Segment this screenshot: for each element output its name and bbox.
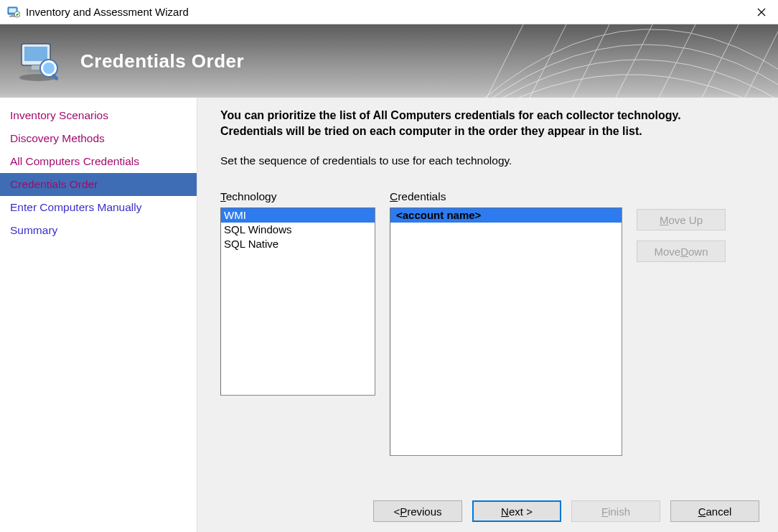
wizard-steps-sidebar: Inventory ScenariosDiscovery MethodsAll … [0, 98, 197, 532]
sidebar-item-inventory-scenarios[interactable]: Inventory Scenarios [0, 104, 197, 127]
lists-row: Technology WMISQL WindowsSQL Native Cred… [220, 190, 759, 456]
wizard-footer: < Previous Next > Finish Cancel [373, 500, 759, 522]
banner-title: Credentials Order [80, 50, 244, 73]
technology-item[interactable]: SQL Native [221, 237, 375, 251]
credentials-listbox[interactable]: <account name> [390, 207, 622, 456]
credentials-column: Credentials <account name> [390, 190, 622, 456]
sidebar-item-credentials-order[interactable]: Credentials Order [0, 173, 197, 196]
technology-label: Technology [220, 190, 375, 203]
sidebar-item-enter-computers-manually[interactable]: Enter Computers Manually [0, 196, 197, 219]
cancel-button[interactable]: Cancel [670, 500, 759, 522]
window-title: Inventory and Assessment Wizard [26, 6, 745, 18]
svg-rect-8 [32, 65, 40, 70]
technology-column: Technology WMISQL WindowsSQL Native [220, 190, 375, 396]
technology-listbox[interactable]: WMISQL WindowsSQL Native [220, 207, 375, 396]
credential-item[interactable]: <account name> [390, 208, 622, 223]
sidebar-item-all-computers-credentials[interactable]: All Computers Credentials [0, 150, 197, 173]
credentials-label: Credentials [390, 190, 622, 203]
reorder-buttons: Move Up Move Down [637, 209, 726, 262]
title-bar: Inventory and Assessment Wizard [0, 0, 778, 24]
main-panel: You can prioritize the list of All Compu… [197, 98, 778, 532]
finish-button[interactable]: Finish [571, 500, 660, 522]
svg-point-11 [43, 62, 55, 74]
banner-decoration [433, 24, 778, 98]
banner-icon [16, 39, 60, 83]
instruction-sub: Set the sequence of credentials to use f… [220, 154, 759, 167]
sidebar-item-summary[interactable]: Summary [0, 219, 197, 242]
app-icon [7, 6, 20, 19]
technology-item[interactable]: WMI [221, 208, 375, 223]
banner: Credentials Order [0, 24, 778, 98]
svg-rect-7 [24, 47, 47, 61]
instruction-heading: You can prioritize the list of All Compu… [220, 108, 737, 139]
move-up-button[interactable]: Move Up [637, 209, 726, 230]
move-down-button[interactable]: Move Down [637, 241, 726, 262]
previous-button[interactable]: < Previous [373, 500, 462, 522]
sidebar-item-discovery-methods[interactable]: Discovery Methods [0, 127, 197, 150]
content-area: Inventory ScenariosDiscovery MethodsAll … [0, 98, 778, 532]
close-button[interactable] [745, 0, 778, 24]
svg-rect-2 [11, 14, 14, 16]
technology-item[interactable]: SQL Windows [221, 223, 375, 237]
svg-rect-1 [9, 8, 17, 12]
next-button[interactable]: Next > [472, 500, 561, 522]
